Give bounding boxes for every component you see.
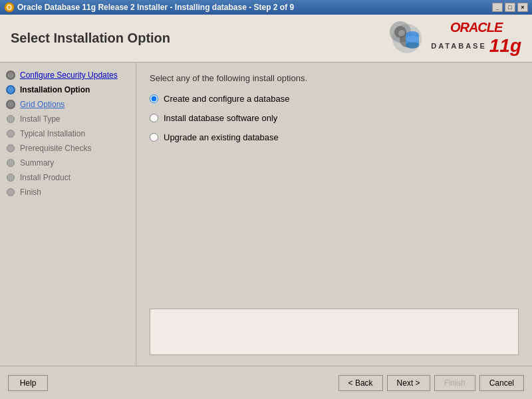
sidebar-label-install-type: Install Type (20, 114, 60, 124)
option-create-configure: Create and configure a database (150, 94, 519, 104)
step-icon-finish (5, 187, 16, 198)
window-title: Oracle Database 11g Release 2 Installer … (17, 3, 294, 12)
sidebar-label-summary: Summary (20, 158, 54, 168)
step-icon-typical-installation (5, 128, 16, 139)
radio-upgrade[interactable] (150, 133, 158, 142)
text-upgrade: Upgrade an existing database (164, 132, 279, 142)
option-upgrade: Upgrade an existing database (150, 132, 519, 142)
sidebar-item-grid-options[interactable]: Grid Options (0, 97, 136, 112)
sidebar-label-install-product: Install Product (20, 173, 70, 182)
sidebar-item-configure-security[interactable]: Configure Security Updates (0, 68, 136, 82)
sidebar-label-grid-options: Grid Options (20, 100, 65, 109)
gear-graphic (387, 20, 427, 57)
svg-point-6 (398, 30, 405, 37)
maximize-button[interactable]: □ (505, 3, 515, 12)
label-software-only[interactable]: Install database software only (164, 113, 277, 123)
body: Configure Security Updates Installation … (0, 63, 532, 366)
page-title: Select Installation Option (11, 31, 170, 46)
finish-button[interactable]: Finish (434, 375, 475, 391)
oracle-brand: ORACLE (450, 20, 502, 35)
step-icon-installation-option (5, 84, 16, 95)
window-controls[interactable]: _ □ × (492, 3, 528, 12)
sidebar: Configure Security Updates Installation … (0, 63, 136, 366)
step-icon-prerequisite-checks (5, 143, 16, 154)
oracle-logo: ORACLE DATABASE 11g (431, 20, 521, 57)
header-title-group: Select Installation Option (11, 31, 170, 46)
sidebar-item-install-type: Install Type (0, 112, 136, 126)
cancel-button[interactable]: Cancel (479, 375, 524, 391)
minimize-button[interactable]: _ (492, 3, 503, 12)
svg-point-10 (406, 36, 419, 43)
window-icon: O (4, 2, 15, 13)
radio-create-configure[interactable] (150, 94, 158, 103)
sidebar-item-summary: Summary (0, 156, 136, 170)
footer-nav-buttons: < Back Next > Finish Cancel (338, 375, 524, 391)
sidebar-label-configure-security: Configure Security Updates (20, 70, 118, 80)
step-icon-summary (5, 158, 16, 168)
next-button[interactable]: Next > (387, 375, 430, 391)
sidebar-item-typical-installation: Typical Installation (0, 126, 136, 141)
text-create-configure: Create and configure a database (164, 94, 289, 104)
step-icon-install-type (5, 114, 16, 124)
sidebar-label-installation-option: Installation Option (20, 85, 90, 94)
content-subtitle: Select any of the following install opti… (150, 73, 519, 83)
title-bar: O Oracle Database 11g Release 2 Installe… (0, 0, 532, 15)
text-software-only: Install database software only (164, 113, 277, 123)
header: Select Installation Option ORACLE (0, 15, 532, 63)
footer: Help < Back Next > Finish Cancel (0, 366, 532, 399)
radio-software-only[interactable] (150, 114, 158, 122)
label-create-configure[interactable]: Create and configure a database (164, 94, 289, 104)
info-box (150, 309, 519, 355)
sidebar-item-prerequisite-checks: Prerequisite Checks (0, 141, 136, 156)
step-icon-grid-options (5, 99, 16, 110)
option-software-only: Install database software only (150, 113, 519, 123)
sidebar-item-finish: Finish (0, 185, 136, 200)
close-button[interactable]: × (517, 3, 528, 12)
svg-text:O: O (7, 4, 12, 11)
sidebar-label-prerequisite-checks: Prerequisite Checks (20, 144, 91, 153)
main-window: Select Installation Option ORACLE (0, 15, 532, 399)
label-upgrade[interactable]: Upgrade an existing database (164, 132, 279, 142)
version-label: 11g (489, 35, 521, 57)
svg-point-9 (406, 42, 419, 49)
step-icon-configure-security (5, 70, 16, 80)
database-label: DATABASE (431, 42, 486, 50)
sidebar-label-finish: Finish (20, 188, 41, 197)
step-icon-install-product (5, 172, 16, 183)
content-area: Select any of the following install opti… (136, 63, 532, 366)
back-button[interactable]: < Back (338, 375, 383, 391)
sidebar-item-installation-option: Installation Option (0, 82, 136, 97)
sidebar-label-typical-installation: Typical Installation (20, 129, 85, 138)
sidebar-item-install-product: Install Product (0, 170, 136, 185)
help-button[interactable]: Help (8, 375, 48, 391)
install-options-group: Create and configure a database Install … (150, 94, 519, 142)
